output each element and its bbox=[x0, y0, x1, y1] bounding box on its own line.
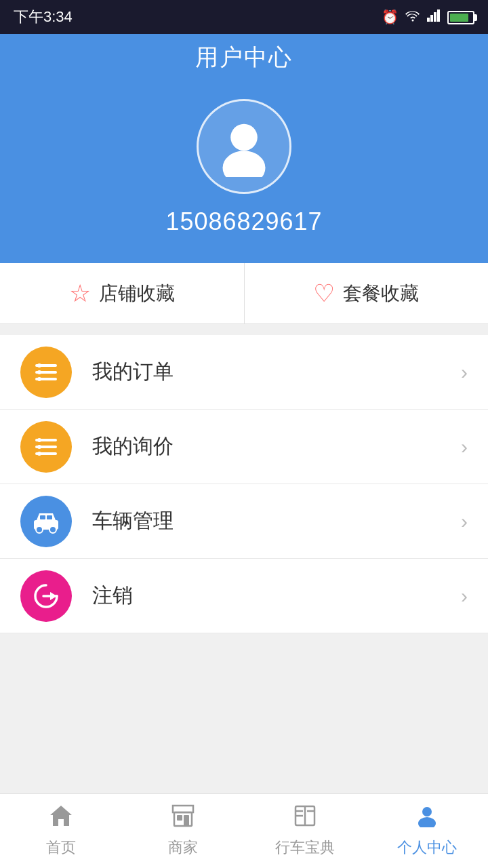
orders-label: 我的订单 bbox=[92, 358, 461, 386]
svg-point-16 bbox=[37, 445, 41, 449]
wifi-icon bbox=[405, 9, 420, 25]
profile-section: 15086829617 bbox=[0, 79, 488, 263]
avatar[interactable] bbox=[197, 99, 291, 194]
svg-rect-1 bbox=[430, 15, 433, 22]
svg-point-22 bbox=[49, 526, 56, 533]
home-icon bbox=[49, 804, 73, 833]
svg-rect-0 bbox=[427, 18, 430, 22]
status-icons: ⏰ bbox=[382, 9, 474, 25]
menu-item-orders[interactable]: 我的订单 › bbox=[0, 335, 488, 410]
svg-point-10 bbox=[37, 370, 41, 374]
logout-icon bbox=[31, 581, 61, 611]
orders-icon-circle bbox=[20, 347, 72, 398]
nav-item-guide[interactable]: 行车宝典 bbox=[244, 794, 366, 868]
status-bar: 下午3:34 ⏰ bbox=[0, 0, 488, 34]
inquiry-label: 我的询价 bbox=[92, 433, 461, 460]
user-phone: 15086829617 bbox=[165, 208, 322, 236]
star-icon: ☆ bbox=[69, 279, 91, 308]
inquiry-arrow-icon: › bbox=[461, 435, 468, 458]
svg-point-11 bbox=[37, 377, 41, 381]
menu-item-inquiry[interactable]: 我的询价 › bbox=[0, 410, 488, 484]
svg-rect-25 bbox=[177, 815, 182, 821]
car-icon bbox=[31, 507, 61, 536]
logout-arrow-icon: › bbox=[461, 585, 468, 608]
clock-icon: ⏰ bbox=[382, 9, 399, 25]
home-nav-label: 首页 bbox=[46, 837, 76, 858]
svg-point-33 bbox=[418, 817, 436, 827]
svg-point-5 bbox=[223, 151, 266, 177]
orders-arrow-icon: › bbox=[461, 361, 468, 384]
svg-point-17 bbox=[37, 452, 41, 456]
vehicle-arrow-icon: › bbox=[461, 510, 468, 533]
book-icon bbox=[293, 804, 317, 833]
menu-list: 我的订单 › 我的询价 › bbox=[0, 335, 488, 633]
package-favorites-item[interactable]: ♡ 套餐收藏 bbox=[245, 263, 489, 323]
avatar-icon bbox=[214, 116, 274, 177]
merchant-nav-label: 商家 bbox=[168, 837, 198, 858]
svg-point-21 bbox=[36, 526, 43, 533]
inquiry-icon-circle bbox=[20, 421, 72, 473]
status-time: 下午3:34 bbox=[14, 7, 73, 27]
svg-point-9 bbox=[37, 363, 41, 368]
signal-icon bbox=[427, 9, 441, 25]
guide-nav-label: 行车宝典 bbox=[275, 837, 335, 858]
bottom-navigation: 首页 商家 行车宝典 bbox=[0, 793, 488, 868]
svg-rect-19 bbox=[40, 515, 45, 519]
store-favorites-label: 店铺收藏 bbox=[99, 281, 175, 307]
inquiry-list-icon bbox=[31, 432, 61, 462]
store-icon bbox=[171, 804, 195, 833]
vehicle-icon-circle bbox=[20, 496, 72, 547]
vehicle-label: 车辆管理 bbox=[92, 507, 461, 535]
favorites-row: ☆ 店铺收藏 ♡ 套餐收藏 bbox=[0, 263, 488, 324]
heart-icon: ♡ bbox=[313, 279, 335, 308]
store-favorites-item[interactable]: ☆ 店铺收藏 bbox=[0, 263, 245, 323]
menu-item-vehicle[interactable]: 车辆管理 › bbox=[0, 484, 488, 559]
battery-icon bbox=[447, 9, 474, 25]
nav-item-home[interactable]: 首页 bbox=[0, 794, 122, 868]
svg-rect-26 bbox=[184, 815, 189, 826]
profile-nav-label: 个人中心 bbox=[397, 837, 457, 858]
page-header: 用户中心 bbox=[0, 34, 488, 79]
nav-item-merchant[interactable]: 商家 bbox=[122, 794, 244, 868]
svg-rect-3 bbox=[437, 9, 440, 22]
logout-icon-circle bbox=[20, 570, 72, 622]
logout-label: 注销 bbox=[92, 582, 461, 610]
person-icon bbox=[415, 804, 439, 833]
svg-rect-20 bbox=[47, 515, 52, 519]
svg-rect-24 bbox=[174, 812, 192, 826]
svg-rect-2 bbox=[434, 12, 436, 22]
list-icon bbox=[31, 357, 61, 387]
svg-point-32 bbox=[422, 807, 432, 816]
svg-point-4 bbox=[230, 124, 258, 151]
package-favorites-label: 套餐收藏 bbox=[343, 281, 419, 307]
menu-item-logout[interactable]: 注销 › bbox=[0, 559, 488, 633]
page-title: 用户中心 bbox=[0, 42, 488, 73]
svg-point-15 bbox=[37, 438, 41, 442]
nav-item-profile[interactable]: 个人中心 bbox=[366, 794, 488, 868]
section-divider bbox=[0, 324, 488, 335]
